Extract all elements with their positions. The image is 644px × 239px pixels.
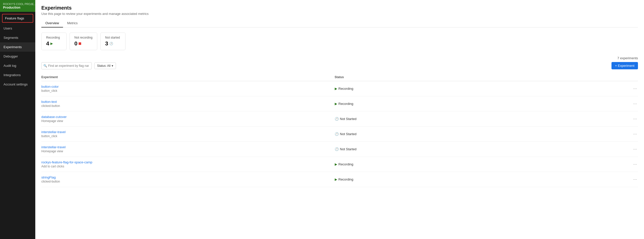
page-subtitle: Use this page to review your experiments… xyxy=(41,12,638,16)
col-header-experiment: Experiment xyxy=(41,75,335,79)
sidebar-item-label: Debugger xyxy=(4,54,18,58)
not-recording-count: 0 xyxy=(74,40,77,47)
sidebar-item-label: Account settings xyxy=(4,82,27,86)
table-row: button-color button_click ▶ Recording ··… xyxy=(41,81,638,96)
status-filter-label: Status: All xyxy=(97,64,110,68)
experiment-key: Add to cart clicks xyxy=(41,165,335,168)
content-area: Experiments Use this page to review your… xyxy=(35,0,644,239)
experiment-key: clicked-button xyxy=(41,104,335,108)
status-text: Recording xyxy=(339,177,353,181)
sidebar-item-debugger[interactable]: Debugger xyxy=(0,52,35,61)
table-row: interstellar-travel Homepage view 🕐 Not … xyxy=(41,142,638,157)
sidebar-item-audit-log[interactable]: Audit log xyxy=(0,61,35,70)
sidebar-item-label: Audit log xyxy=(4,64,16,68)
experiments-count-area: 7 experiments xyxy=(41,56,638,60)
experiment-cell: stringFlag clicked-button xyxy=(41,175,335,183)
row-menu-button[interactable]: ··· xyxy=(628,86,638,91)
experiment-name-link[interactable]: database-cutover xyxy=(41,115,67,119)
play-icon: ▶ xyxy=(335,102,337,106)
sidebar-item-users[interactable]: Users xyxy=(0,24,35,33)
sidebar-item-feature-flags[interactable]: Feature flags xyxy=(2,14,33,23)
clock-icon: 🕐 xyxy=(109,42,113,45)
tab-metrics[interactable]: Metrics xyxy=(63,19,82,27)
experiment-name-link[interactable]: button-text xyxy=(41,100,57,104)
table-row: rockys-feature-flag-for-space-camp Add t… xyxy=(41,157,638,172)
status-badge: 🕐 Not Started xyxy=(335,117,628,121)
experiments-count: 7 experiments xyxy=(617,56,638,60)
add-experiment-button[interactable]: + Experiment xyxy=(611,62,638,69)
col-header-status: Status xyxy=(335,75,628,79)
experiment-cell: interstellar-travel button_click xyxy=(41,130,335,138)
toolbar: 🔍 Status: All ▾ + Experiment xyxy=(41,62,638,69)
sidebar: ROCKY'S COOL PROJE... Production ▾ Featu… xyxy=(0,0,35,239)
row-menu-button[interactable]: ··· xyxy=(628,101,638,106)
row-menu-button[interactable]: ··· xyxy=(628,177,638,182)
chevron-down-icon: ▾ xyxy=(112,64,113,68)
table-header: Experiment Status xyxy=(41,73,638,81)
row-menu-button[interactable]: ··· xyxy=(628,116,638,122)
page-title: Experiments xyxy=(41,5,638,11)
recording-label: Recording xyxy=(46,36,60,39)
sidebar-item-experiments[interactable]: Experiments xyxy=(0,42,35,52)
status-filter[interactable]: Status: All ▾ xyxy=(94,63,116,69)
status-badge: ▶ Recording xyxy=(335,87,628,91)
table-body: button-color button_click ▶ Recording ··… xyxy=(41,81,638,187)
experiment-name-link[interactable]: button-color xyxy=(41,85,59,88)
experiment-key: Homepage view xyxy=(41,150,335,153)
sidebar-item-integrations[interactable]: Integrations xyxy=(0,70,35,80)
row-menu-button[interactable]: ··· xyxy=(628,162,638,167)
play-icon: ▶ xyxy=(50,42,53,45)
environment-label: Production xyxy=(3,6,36,9)
toolbar-left: 🔍 Status: All ▾ xyxy=(41,62,116,69)
not-started-count: 3 xyxy=(105,40,108,47)
experiment-name-link[interactable]: stringFlag xyxy=(41,175,56,179)
experiment-key: clicked-button xyxy=(41,180,335,183)
stop-icon xyxy=(79,42,81,45)
experiment-cell: database-cutover Homepage view xyxy=(41,115,335,123)
clock-icon: 🕐 xyxy=(335,147,339,151)
experiment-name-link[interactable]: rockys-feature-flag-for-space-camp xyxy=(41,160,92,164)
main-content: Experiments Use this page to review your… xyxy=(35,0,644,239)
status-badge: ▶ Recording xyxy=(335,162,628,166)
tab-overview[interactable]: Overview xyxy=(41,19,63,27)
experiment-cell: button-text clicked-button xyxy=(41,100,335,108)
search-input[interactable] xyxy=(41,62,92,69)
sidebar-item-segments[interactable]: Segments xyxy=(0,33,35,42)
project-header[interactable]: ROCKY'S COOL PROJE... Production ▾ xyxy=(0,0,35,12)
add-experiment-label: + Experiment xyxy=(615,64,634,68)
status-text: Not Started xyxy=(340,147,357,151)
table-row: button-text clicked-button ▶ Recording ·… xyxy=(41,96,638,111)
table-row: interstellar-travel button_click 🕐 Not S… xyxy=(41,127,638,142)
sidebar-item-account-settings[interactable]: Account settings xyxy=(0,80,35,89)
clock-icon: 🕐 xyxy=(335,117,339,121)
status-text: Recording xyxy=(339,102,353,106)
experiment-cell: rockys-feature-flag-for-space-camp Add t… xyxy=(41,160,335,168)
experiment-key: button_click xyxy=(41,89,335,93)
table-row: database-cutover Homepage view 🕐 Not Sta… xyxy=(41,111,638,127)
experiment-name-link[interactable]: interstellar-travel xyxy=(41,145,66,149)
sidebar-item-label: Experiments xyxy=(4,45,22,49)
not-started-label: Not started xyxy=(105,36,120,39)
tabs: Overview Metrics xyxy=(41,19,638,27)
experiment-key: Homepage view xyxy=(41,119,335,123)
experiment-cell: button-color button_click xyxy=(41,85,335,93)
experiment-cell: interstellar-travel Homepage view xyxy=(41,145,335,153)
status-badge: ▶ Recording xyxy=(335,102,628,106)
stat-recording: Recording 4 ▶ xyxy=(41,33,67,50)
stats-row: Recording 4 ▶ Not recording 0 Not start xyxy=(41,33,638,50)
col-header-actions xyxy=(628,75,638,79)
row-menu-button[interactable]: ··· xyxy=(628,131,638,137)
status-text: Recording xyxy=(339,87,353,91)
table-row: stringFlag clicked-button ▶ Recording ··… xyxy=(41,172,638,187)
sidebar-item-label: Feature flags xyxy=(5,16,24,20)
status-badge: 🕐 Not Started xyxy=(335,132,628,136)
status-badge: 🕐 Not Started xyxy=(335,147,628,151)
status-text: Not Started xyxy=(340,132,357,136)
experiment-name-link[interactable]: interstellar-travel xyxy=(41,130,66,134)
sidebar-nav: Feature flags Users Segments Experiments… xyxy=(0,12,35,239)
experiment-key: button_click xyxy=(41,134,335,138)
row-menu-button[interactable]: ··· xyxy=(628,146,638,152)
sidebar-item-label: Segments xyxy=(4,36,18,40)
recording-count: 4 xyxy=(46,40,49,47)
stat-not-started: Not started 3 🕐 xyxy=(100,33,126,50)
